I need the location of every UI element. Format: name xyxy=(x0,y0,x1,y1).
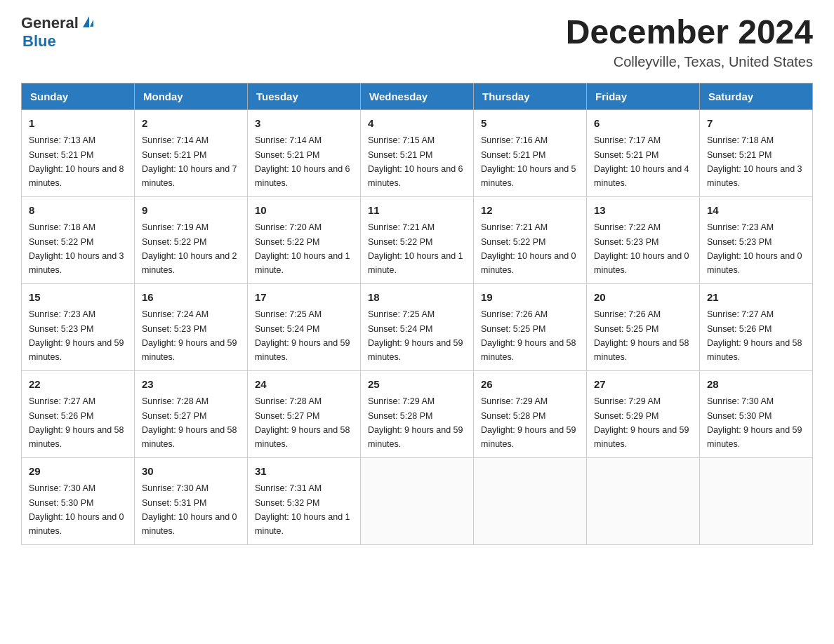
day-info: Sunrise: 7:25 AMSunset: 5:24 PMDaylight:… xyxy=(255,309,350,362)
day-number: 21 xyxy=(707,290,805,306)
day-info: Sunrise: 7:28 AMSunset: 5:27 PMDaylight:… xyxy=(255,396,350,449)
day-number: 11 xyxy=(368,203,466,219)
calendar-cell: 2 Sunrise: 7:14 AMSunset: 5:21 PMDayligh… xyxy=(135,109,248,196)
calendar-cell: 3 Sunrise: 7:14 AMSunset: 5:21 PMDayligh… xyxy=(248,109,361,196)
calendar-cell: 5 Sunrise: 7:16 AMSunset: 5:21 PMDayligh… xyxy=(474,109,587,196)
calendar-cell: 15 Sunrise: 7:23 AMSunset: 5:23 PMDaylig… xyxy=(22,283,135,370)
calendar-cell: 1 Sunrise: 7:13 AMSunset: 5:21 PMDayligh… xyxy=(22,109,135,196)
logo-text-general: General xyxy=(21,14,79,32)
day-info: Sunrise: 7:30 AMSunset: 5:31 PMDaylight:… xyxy=(142,483,237,536)
day-info: Sunrise: 7:14 AMSunset: 5:21 PMDaylight:… xyxy=(255,135,350,188)
logo-text-blue: Blue xyxy=(22,32,56,50)
calendar-cell: 22 Sunrise: 7:27 AMSunset: 5:26 PMDaylig… xyxy=(22,370,135,457)
calendar-cell: 17 Sunrise: 7:25 AMSunset: 5:24 PMDaylig… xyxy=(248,283,361,370)
logo: General Blue xyxy=(21,14,93,51)
day-info: Sunrise: 7:18 AMSunset: 5:22 PMDaylight:… xyxy=(29,222,124,275)
day-info: Sunrise: 7:22 AMSunset: 5:23 PMDaylight:… xyxy=(594,222,689,275)
calendar-cell: 20 Sunrise: 7:26 AMSunset: 5:25 PMDaylig… xyxy=(587,283,700,370)
day-number: 30 xyxy=(142,464,240,480)
calendar-table: SundayMondayTuesdayWednesdayThursdayFrid… xyxy=(21,83,813,545)
calendar-header-row: SundayMondayTuesdayWednesdayThursdayFrid… xyxy=(22,83,813,109)
day-number: 13 xyxy=(594,203,692,219)
day-info: Sunrise: 7:27 AMSunset: 5:26 PMDaylight:… xyxy=(29,396,124,449)
calendar-cell: 10 Sunrise: 7:20 AMSunset: 5:22 PMDaylig… xyxy=(248,196,361,283)
calendar-cell: 8 Sunrise: 7:18 AMSunset: 5:22 PMDayligh… xyxy=(22,196,135,283)
day-info: Sunrise: 7:15 AMSunset: 5:21 PMDaylight:… xyxy=(368,135,463,188)
header-wednesday: Wednesday xyxy=(361,83,474,109)
calendar-cell: 6 Sunrise: 7:17 AMSunset: 5:21 PMDayligh… xyxy=(587,109,700,196)
calendar-cell: 16 Sunrise: 7:24 AMSunset: 5:23 PMDaylig… xyxy=(135,283,248,370)
calendar-week-3: 15 Sunrise: 7:23 AMSunset: 5:23 PMDaylig… xyxy=(22,283,813,370)
day-number: 10 xyxy=(255,203,353,219)
day-number: 9 xyxy=(142,203,240,219)
day-info: Sunrise: 7:28 AMSunset: 5:27 PMDaylight:… xyxy=(142,396,237,449)
day-number: 22 xyxy=(29,377,127,393)
calendar-week-2: 8 Sunrise: 7:18 AMSunset: 5:22 PMDayligh… xyxy=(22,196,813,283)
day-number: 26 xyxy=(481,377,579,393)
calendar-cell: 13 Sunrise: 7:22 AMSunset: 5:23 PMDaylig… xyxy=(587,196,700,283)
day-info: Sunrise: 7:18 AMSunset: 5:21 PMDaylight:… xyxy=(707,135,802,188)
calendar-cell xyxy=(474,457,587,544)
calendar-cell: 14 Sunrise: 7:23 AMSunset: 5:23 PMDaylig… xyxy=(700,196,813,283)
day-info: Sunrise: 7:24 AMSunset: 5:23 PMDaylight:… xyxy=(142,309,237,362)
day-number: 27 xyxy=(594,377,692,393)
day-info: Sunrise: 7:31 AMSunset: 5:32 PMDaylight:… xyxy=(255,483,350,536)
day-info: Sunrise: 7:29 AMSunset: 5:29 PMDaylight:… xyxy=(594,396,689,449)
calendar-cell: 18 Sunrise: 7:25 AMSunset: 5:24 PMDaylig… xyxy=(361,283,474,370)
day-info: Sunrise: 7:14 AMSunset: 5:21 PMDaylight:… xyxy=(142,135,237,188)
day-info: Sunrise: 7:29 AMSunset: 5:28 PMDaylight:… xyxy=(481,396,576,449)
day-info: Sunrise: 7:29 AMSunset: 5:28 PMDaylight:… xyxy=(368,396,463,449)
day-number: 18 xyxy=(368,290,466,306)
calendar-cell: 24 Sunrise: 7:28 AMSunset: 5:27 PMDaylig… xyxy=(248,370,361,457)
page-header: General Blue December 2024 Colleyville, … xyxy=(21,14,813,70)
day-info: Sunrise: 7:21 AMSunset: 5:22 PMDaylight:… xyxy=(481,222,576,275)
calendar-cell: 4 Sunrise: 7:15 AMSunset: 5:21 PMDayligh… xyxy=(361,109,474,196)
calendar-week-1: 1 Sunrise: 7:13 AMSunset: 5:21 PMDayligh… xyxy=(22,109,813,196)
calendar-cell: 27 Sunrise: 7:29 AMSunset: 5:29 PMDaylig… xyxy=(587,370,700,457)
logo-icon xyxy=(81,19,93,27)
day-number: 8 xyxy=(29,203,127,219)
day-info: Sunrise: 7:26 AMSunset: 5:25 PMDaylight:… xyxy=(481,309,576,362)
calendar-cell: 28 Sunrise: 7:30 AMSunset: 5:30 PMDaylig… xyxy=(700,370,813,457)
day-number: 15 xyxy=(29,290,127,306)
title-block: December 2024 Colleyville, Texas, United… xyxy=(566,14,813,70)
calendar-cell: 21 Sunrise: 7:27 AMSunset: 5:26 PMDaylig… xyxy=(700,283,813,370)
calendar-cell: 9 Sunrise: 7:19 AMSunset: 5:22 PMDayligh… xyxy=(135,196,248,283)
day-info: Sunrise: 7:30 AMSunset: 5:30 PMDaylight:… xyxy=(29,483,124,536)
calendar-cell: 25 Sunrise: 7:29 AMSunset: 5:28 PMDaylig… xyxy=(361,370,474,457)
calendar-cell: 23 Sunrise: 7:28 AMSunset: 5:27 PMDaylig… xyxy=(135,370,248,457)
day-info: Sunrise: 7:27 AMSunset: 5:26 PMDaylight:… xyxy=(707,309,802,362)
day-number: 28 xyxy=(707,377,805,393)
header-saturday: Saturday xyxy=(700,83,813,109)
day-number: 16 xyxy=(142,290,240,306)
day-number: 6 xyxy=(594,116,692,132)
day-number: 5 xyxy=(481,116,579,132)
day-info: Sunrise: 7:23 AMSunset: 5:23 PMDaylight:… xyxy=(29,309,124,362)
day-info: Sunrise: 7:21 AMSunset: 5:22 PMDaylight:… xyxy=(368,222,463,275)
day-number: 20 xyxy=(594,290,692,306)
day-number: 1 xyxy=(29,116,127,132)
calendar-cell xyxy=(700,457,813,544)
day-number: 31 xyxy=(255,464,353,480)
calendar-cell: 19 Sunrise: 7:26 AMSunset: 5:25 PMDaylig… xyxy=(474,283,587,370)
calendar-cell: 12 Sunrise: 7:21 AMSunset: 5:22 PMDaylig… xyxy=(474,196,587,283)
day-info: Sunrise: 7:20 AMSunset: 5:22 PMDaylight:… xyxy=(255,222,350,275)
day-number: 3 xyxy=(255,116,353,132)
day-number: 12 xyxy=(481,203,579,219)
calendar-week-5: 29 Sunrise: 7:30 AMSunset: 5:30 PMDaylig… xyxy=(22,457,813,544)
calendar-cell: 7 Sunrise: 7:18 AMSunset: 5:21 PMDayligh… xyxy=(700,109,813,196)
day-number: 23 xyxy=(142,377,240,393)
calendar-week-4: 22 Sunrise: 7:27 AMSunset: 5:26 PMDaylig… xyxy=(22,370,813,457)
header-monday: Monday xyxy=(135,83,248,109)
month-title: December 2024 xyxy=(566,14,813,51)
day-info: Sunrise: 7:19 AMSunset: 5:22 PMDaylight:… xyxy=(142,222,237,275)
location-title: Colleyville, Texas, United States xyxy=(566,54,813,70)
header-thursday: Thursday xyxy=(474,83,587,109)
day-info: Sunrise: 7:25 AMSunset: 5:24 PMDaylight:… xyxy=(368,309,463,362)
day-info: Sunrise: 7:26 AMSunset: 5:25 PMDaylight:… xyxy=(594,309,689,362)
day-number: 14 xyxy=(707,203,805,219)
calendar-cell xyxy=(361,457,474,544)
header-sunday: Sunday xyxy=(22,83,135,109)
day-number: 2 xyxy=(142,116,240,132)
day-number: 17 xyxy=(255,290,353,306)
